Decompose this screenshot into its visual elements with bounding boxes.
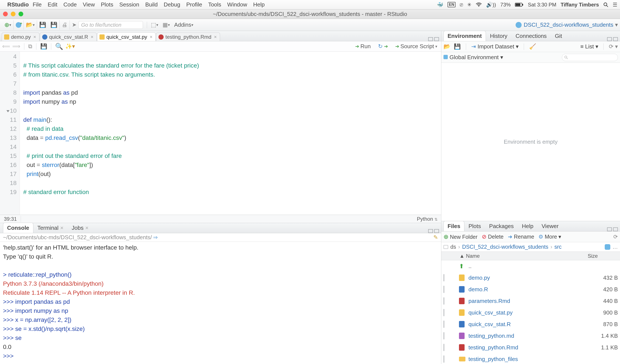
more-button[interactable]: ⚙ More ▾	[538, 234, 561, 240]
menu-edit[interactable]: Edit	[48, 1, 58, 8]
col-name[interactable]: ▲ Name	[457, 253, 588, 259]
minimize-window-button[interactable]	[11, 12, 16, 16]
file-row[interactable]: quick_csv_stat.R870 B	[441, 318, 620, 330]
menu-plots[interactable]: Plots	[101, 1, 113, 8]
back-button[interactable]: ⟸	[2, 43, 10, 50]
minimize-pane-icon[interactable]	[428, 37, 433, 41]
crumb[interactable]: DSCI_522_dsci-workflows_students	[462, 244, 548, 250]
go-to-file-input[interactable]: Go to file/function	[78, 21, 143, 29]
file-checkbox[interactable]	[443, 297, 444, 305]
maximize-pane-icon[interactable]	[613, 228, 618, 231]
source-tab-quickr[interactable]: quick_csv_stat.R×	[40, 32, 97, 41]
close-icon[interactable]: ×	[214, 34, 217, 40]
app-name[interactable]: RStudio	[7, 1, 29, 8]
file-name[interactable]: demo.py	[468, 274, 586, 281]
tab-terminal[interactable]: Terminal×	[33, 223, 68, 233]
file-checkbox[interactable]	[443, 274, 444, 281]
code-editor[interactable]: 456 789 10 111213 141516 171819 # This s…	[0, 52, 441, 215]
clear-console-icon[interactable]: ✎	[433, 234, 438, 241]
tab-history[interactable]: History	[486, 31, 512, 41]
menu-build[interactable]: Build	[145, 1, 158, 8]
file-row[interactable]: testing_python.md1.4 KB	[441, 330, 620, 342]
file-name[interactable]: testing_python_files	[468, 356, 586, 363]
minimize-pane-icon[interactable]	[607, 37, 612, 41]
file-checkbox[interactable]	[443, 309, 444, 316]
file-row[interactable]: testing_python_files	[441, 353, 620, 364]
project-root-icon[interactable]	[605, 244, 610, 250]
env-scope[interactable]: Global Environment ▾	[443, 54, 503, 61]
crumb[interactable]: ds	[450, 244, 456, 250]
refresh-files-button[interactable]: ⟳	[613, 234, 618, 240]
file-row[interactable]: testing_python.Rmd1.1 KB	[441, 342, 620, 353]
new-project-button[interactable]: +	[14, 20, 24, 30]
close-icon[interactable]: ×	[150, 34, 153, 40]
list-view-button[interactable]: ≡ List ▾	[580, 43, 598, 50]
file-row[interactable]: quick_csv_stat.py900 B	[441, 307, 620, 318]
project-menu[interactable]: DSCI_522_dsci-workflows_students ▾	[516, 21, 618, 28]
bluetooth-icon[interactable]: ✳	[467, 2, 471, 8]
file-row[interactable]: parameters.Rmd440 B	[441, 295, 620, 307]
vcs-button[interactable]: ⬚▾	[149, 20, 160, 30]
delete-button[interactable]: ⊘ Delete	[482, 233, 504, 240]
tab-git[interactable]: Git	[551, 31, 566, 41]
run-button[interactable]: ➔Run	[354, 43, 372, 50]
tab-packages[interactable]: Packages	[485, 221, 518, 231]
file-name[interactable]: quick_csv_stat.py	[468, 309, 586, 316]
zoom-window-button[interactable]	[18, 12, 23, 16]
rerun-button[interactable]: ↻➔	[376, 43, 390, 50]
open-file-button[interactable]: 📂▾	[24, 20, 37, 30]
new-folder-button[interactable]: ⊕ New Folder	[443, 233, 478, 240]
popout-button[interactable]: ⧉	[28, 43, 32, 50]
files-breadcrumb[interactable]: ds› DSCI_522_dsci-workflows_students› sr…	[441, 242, 620, 252]
file-name[interactable]: parameters.Rmd	[468, 298, 586, 304]
docker-icon[interactable]: 🐳	[437, 2, 443, 8]
battery-icon[interactable]	[515, 2, 524, 7]
file-checkbox[interactable]	[443, 355, 444, 363]
minimize-pane-icon[interactable]	[428, 229, 433, 233]
spotlight-icon[interactable]	[603, 2, 608, 7]
console-output[interactable]: 'help.start()' for an HTML browser inter…	[0, 242, 441, 364]
save-workspace-button[interactable]: 💾	[454, 43, 461, 50]
clear-env-button[interactable]: 🧹	[529, 43, 536, 50]
menu-session[interactable]: Session	[119, 1, 139, 8]
new-file-button[interactable]: ⊕ ▾	[2, 20, 14, 30]
fold-icon[interactable]	[6, 110, 9, 112]
tab-console[interactable]: Console	[3, 223, 33, 233]
print-button[interactable]: 🖨	[60, 20, 70, 30]
home-icon[interactable]	[443, 245, 448, 249]
source-tab-demo[interactable]: demo.py×	[2, 32, 39, 41]
tab-environment[interactable]: Environment	[443, 31, 486, 41]
rename-button[interactable]: ➜ Rename	[508, 234, 534, 240]
list-icon[interactable]: ☰	[613, 2, 618, 8]
close-icon[interactable]: ×	[33, 34, 36, 40]
file-name[interactable]: quick_csv_stat.R	[468, 321, 586, 328]
minimize-pane-icon[interactable]	[607, 228, 612, 231]
file-checkbox[interactable]	[443, 344, 444, 351]
tab-jobs[interactable]: Jobs×	[68, 223, 93, 233]
code-content[interactable]: # This script calculates the standard er…	[20, 52, 199, 215]
menu-window[interactable]: Window	[227, 1, 247, 8]
tab-files[interactable]: Files	[443, 221, 464, 231]
find-button[interactable]: 🔍	[55, 43, 63, 50]
panes-button[interactable]: ▦▾	[160, 20, 172, 30]
source-button[interactable]: ➔Source Script ▾	[394, 43, 439, 50]
tab-viewer[interactable]: Viewer	[538, 221, 563, 231]
input-source-icon[interactable]: EN	[448, 2, 456, 7]
maximize-pane-icon[interactable]	[434, 37, 439, 41]
close-icon[interactable]: ×	[91, 34, 93, 40]
file-checkbox[interactable]	[443, 286, 444, 293]
tab-plots[interactable]: Plots	[464, 221, 485, 231]
tab-help[interactable]: Help	[518, 221, 537, 231]
col-size[interactable]: Size	[588, 253, 620, 259]
forward-button[interactable]: ⟹	[12, 43, 20, 50]
wand-button[interactable]: ✨▾	[65, 43, 75, 50]
language-select[interactable]: Python ⇅	[414, 216, 441, 222]
save-button[interactable]: 💾	[40, 43, 47, 50]
menu-file[interactable]: File	[33, 1, 42, 8]
addins-button[interactable]: Addins ▾	[172, 20, 195, 30]
source-tab-quickpy[interactable]: quick_csv_stat.py×	[97, 32, 156, 41]
maximize-pane-icon[interactable]	[434, 229, 439, 233]
load-workspace-button[interactable]: 📂	[443, 43, 450, 50]
import-dataset-button[interactable]: ⇥ Import Dataset ▾	[471, 43, 519, 50]
menu-debug[interactable]: Debug	[164, 1, 180, 8]
